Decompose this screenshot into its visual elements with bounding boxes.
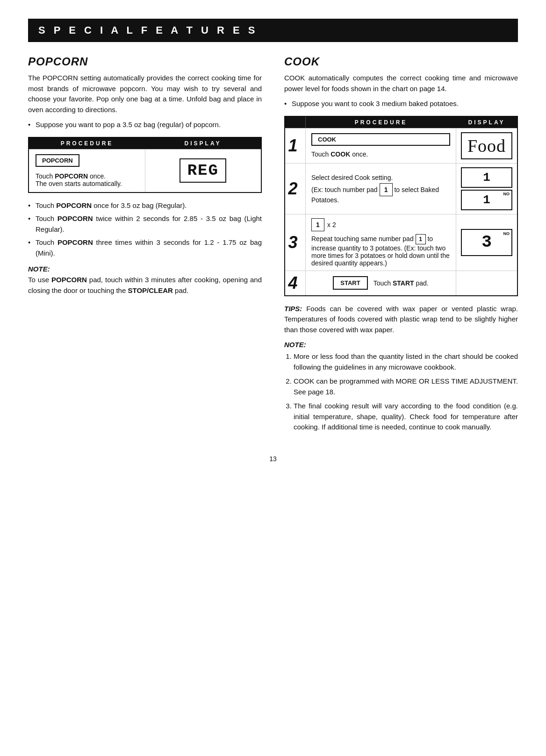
step-3-display: 3 NO bbox=[456, 214, 517, 271]
cook-step-2: 2 Select desired Cook setting. (Ex: touc… bbox=[285, 163, 517, 214]
list-item: Touch POPCORN three times within 3 secon… bbox=[28, 237, 262, 258]
cook-proc-header-left: PROCEDURE bbox=[306, 117, 456, 128]
list-item: The final cooking result will vary accor… bbox=[294, 401, 518, 433]
step-1-num: 1 bbox=[285, 128, 306, 163]
popcorn-heading: POPCORN bbox=[28, 55, 262, 68]
step-3-lcd: 3 NO bbox=[461, 229, 512, 256]
list-item: COOK can be programmed with MORE OR LESS… bbox=[294, 376, 518, 397]
step-1-content: COOK Touch COOK once. bbox=[306, 128, 456, 163]
step-2-instruction-2: (Ex: touch number pad 1 to select Baked … bbox=[311, 183, 450, 204]
step-3-num: 3 bbox=[285, 214, 306, 271]
list-item: Touch POPCORN twice within 2 seconds for… bbox=[28, 214, 262, 235]
cook-intro: COOK automatically computes the correct … bbox=[284, 73, 518, 94]
cook-notes: More or less food than the quantity list… bbox=[284, 351, 518, 433]
page-header: S P E C I A L F E A T U R E S bbox=[28, 19, 518, 42]
step-2-num: 2 bbox=[285, 164, 306, 214]
cook-procedure-table: PROCEDURE DISPLAY 1 COOK Touch COOK once… bbox=[284, 116, 518, 296]
step-3-key-row: 1 x 2 bbox=[311, 218, 450, 231]
inline-key-1: 1 bbox=[416, 234, 426, 244]
num-key-1-step3[interactable]: 1 bbox=[311, 218, 324, 231]
proc-body: POPCORN Touch POPCORN once. The oven sta… bbox=[29, 149, 261, 192]
step-3-instruction: Repeat touching same number pad 1 to inc… bbox=[311, 234, 450, 267]
no-indicator: NO bbox=[503, 192, 510, 196]
cook-bullet-intro: Suppose you want to cook 3 medium baked … bbox=[284, 99, 518, 109]
step-1-display: Food bbox=[456, 128, 517, 163]
proc-header: PROCEDURE DISPLAY bbox=[29, 138, 261, 149]
proc-header-left: PROCEDURE bbox=[29, 138, 145, 149]
step-1-lcd: Food bbox=[461, 132, 512, 159]
cook-proc-header: PROCEDURE DISPLAY bbox=[285, 117, 517, 128]
proc-body-procedure: POPCORN Touch POPCORN once. The oven sta… bbox=[29, 150, 145, 192]
tips-text: Foods can be covered with wax paper or v… bbox=[284, 305, 518, 334]
step-2-instruction-1: Select desired Cook setting. bbox=[311, 174, 450, 181]
cook-bullet-intro-list: Suppose you want to cook 3 medium baked … bbox=[284, 99, 518, 109]
step-4-content: START Touch START pad. bbox=[306, 271, 456, 295]
popcorn-bullet-intro: Suppose you want to pop a 3.5 oz bag (re… bbox=[28, 120, 262, 130]
popcorn-note-heading: NOTE: bbox=[28, 265, 262, 273]
num-key-1[interactable]: 1 bbox=[380, 183, 393, 196]
no-indicator-3: NO bbox=[503, 231, 510, 236]
popcorn-bullets: Touch POPCORN once for 3.5 oz bag (Regul… bbox=[28, 200, 262, 259]
step-4-instruction: Touch START pad. bbox=[374, 279, 429, 287]
tips-section: TIPS: Foods can be covered with wax pape… bbox=[284, 304, 518, 335]
cook-proc-header-right: DISPLAY bbox=[456, 117, 517, 128]
popcorn-intro: The POPCORN setting automatically provid… bbox=[28, 73, 262, 115]
tips-label: TIPS: bbox=[284, 305, 302, 313]
proc-body-display: REG bbox=[145, 150, 261, 192]
cook-step-1: 1 COOK Touch COOK once. Food bbox=[285, 128, 517, 163]
popcorn-section: POPCORN The POPCORN setting automaticall… bbox=[28, 55, 262, 300]
proc-header-right: DISPLAY bbox=[145, 138, 261, 149]
popcorn-auto-start: The oven starts automatically. bbox=[36, 180, 122, 187]
popcorn-button[interactable]: POPCORN bbox=[36, 154, 79, 167]
cook-step-3: 3 1 x 2 Repeat touching same number pad … bbox=[285, 214, 517, 271]
cook-heading: COOK bbox=[284, 55, 518, 68]
times-label: x 2 bbox=[327, 221, 336, 228]
popcorn-procedure-table: PROCEDURE DISPLAY POPCORN Touch POPCORN … bbox=[28, 137, 262, 193]
step-2-lcd-2: 1 NO bbox=[461, 190, 512, 210]
popcorn-note-text: To use POPCORN pad, touch within 3 minut… bbox=[28, 275, 262, 296]
cook-section: COOK COOK automatically computes the cor… bbox=[284, 55, 518, 436]
step-2-content: Select desired Cook setting. (Ex: touch … bbox=[306, 164, 456, 214]
list-item: More or less food than the quantity list… bbox=[294, 351, 518, 372]
step-3-content: 1 x 2 Repeat touching same number pad 1 … bbox=[306, 214, 456, 271]
page-number: 13 bbox=[28, 455, 518, 463]
step-1-instruction: Touch COOK once. bbox=[311, 150, 450, 158]
step-2-lcd-1: 1 bbox=[461, 167, 512, 188]
cook-button[interactable]: COOK bbox=[311, 133, 450, 146]
main-content: POPCORN The POPCORN setting automaticall… bbox=[28, 55, 518, 436]
page-title: S P E C I A L F E A T U R E S bbox=[38, 24, 258, 36]
list-item: Touch POPCORN once for 3.5 oz bag (Regul… bbox=[28, 200, 262, 211]
step-2-displays: 1 1 NO bbox=[456, 164, 517, 214]
step-4-num: 4 bbox=[285, 271, 306, 295]
page-wrapper: S P E C I A L F E A T U R E S POPCORN Th… bbox=[28, 19, 518, 463]
cook-note-heading: NOTE: bbox=[284, 341, 518, 349]
cook-step-4: 4 START Touch START pad. bbox=[285, 271, 517, 295]
popcorn-instruction: Touch POPCORN once. bbox=[36, 172, 106, 180]
popcorn-lcd: REG bbox=[180, 158, 226, 183]
popcorn-bullet-intro-list: Suppose you want to pop a 3.5 oz bag (re… bbox=[28, 120, 262, 130]
start-button[interactable]: START bbox=[333, 276, 367, 290]
step-4-display bbox=[456, 271, 517, 295]
